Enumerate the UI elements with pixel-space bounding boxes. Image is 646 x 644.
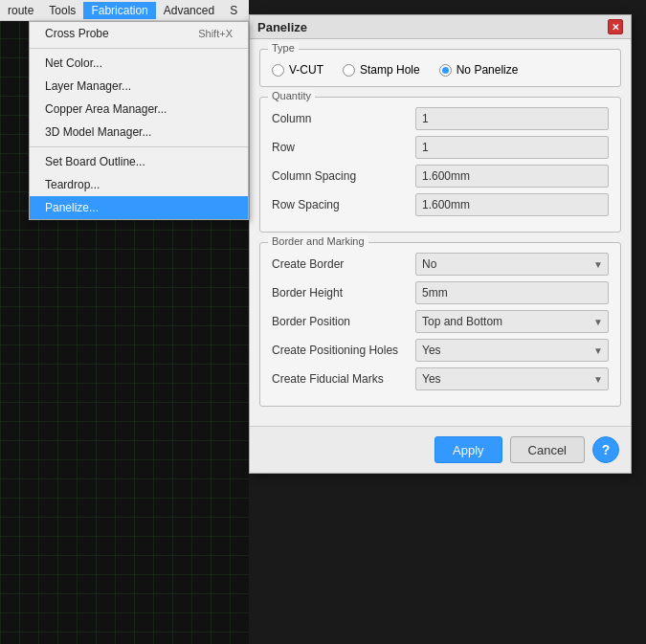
border-position-select[interactable]: Top and Bottom Left and Right All — [415, 310, 609, 333]
menu-item-set-board[interactable]: Set Board Outline... — [30, 150, 248, 173]
menu-item-teardrop[interactable]: Teardrop... — [30, 173, 248, 196]
column-spacing-row: Column Spacing — [272, 165, 609, 188]
menu-fabrication[interactable]: Fabrication — [83, 2, 155, 19]
menu-item-layer-manager[interactable]: Layer Manager... — [30, 75, 248, 98]
quantity-group-title: Quantity — [268, 90, 315, 101]
menu-separator-1 — [30, 48, 248, 49]
border-group-title: Border and Marking — [268, 235, 368, 247]
dialog-content: Type V-CUT Stamp Hole No Panelize Quanti… — [250, 39, 631, 426]
create-fiducial-label: Create Fiducial Marks — [272, 372, 415, 386]
border-position-label: Border Position — [272, 315, 415, 328]
menu-item-set-board-label: Set Board Outline... — [45, 155, 145, 168]
create-border-label: Create Border — [272, 257, 415, 271]
radio-vcut-label: V-CUT — [289, 63, 323, 77]
menu-s[interactable]: S — [222, 2, 245, 19]
border-height-input[interactable] — [415, 281, 609, 304]
row-row: Row — [272, 136, 609, 159]
cancel-button[interactable]: Cancel — [510, 436, 585, 463]
menu-route[interactable]: route — [0, 2, 41, 19]
menu-item-layer-manager-label: Layer Manager... — [45, 79, 131, 93]
menu-item-panelize[interactable]: Panelize... — [30, 196, 248, 219]
row-spacing-row: Row Spacing — [272, 193, 609, 216]
column-input[interactable] — [415, 107, 609, 130]
row-spacing-input[interactable] — [415, 193, 609, 216]
column-label: Column — [272, 112, 415, 125]
menu-tools[interactable]: Tools — [41, 2, 83, 19]
quantity-group: Quantity Column Row Column Spacing Row S… — [259, 97, 621, 233]
menu-separator-2 — [30, 146, 248, 147]
menu-item-net-color[interactable]: Net Color... — [30, 52, 248, 75]
radio-no-panelize-label: No Panelize — [457, 63, 519, 77]
menu-item-3d-model[interactable]: 3D Model Manager... — [30, 121, 248, 144]
border-position-select-wrapper: Top and Bottom Left and Right All ▼ — [415, 310, 609, 333]
menu-item-teardrop-label: Teardrop... — [45, 178, 100, 191]
panelize-dialog: Panelize ✕ Type V-CUT Stamp Hole No Pane… — [249, 14, 632, 474]
apply-button[interactable]: Apply — [434, 436, 502, 463]
row-input[interactable] — [415, 136, 609, 159]
column-spacing-label: Column Spacing — [272, 169, 415, 183]
menu-item-cross-probe-label: Cross Probe — [45, 27, 109, 40]
radio-stamp-hole-label: Stamp Hole — [360, 63, 420, 77]
create-border-select-wrapper: No Yes ▼ — [415, 253, 609, 276]
radio-no-panelize-circle — [439, 64, 452, 77]
border-position-row: Border Position Top and Bottom Left and … — [272, 310, 609, 333]
create-positioning-row: Create Positioning Holes Yes No ▼ — [272, 339, 609, 362]
dialog-footer: Apply Cancel ? — [250, 426, 631, 473]
radio-vcut[interactable]: V-CUT — [272, 63, 323, 77]
create-border-row: Create Border No Yes ▼ — [272, 253, 609, 276]
type-group-title: Type — [268, 42, 299, 54]
menubar: route Tools Fabrication Advanced S — [0, 0, 249, 21]
radio-stamp-hole[interactable]: Stamp Hole — [343, 63, 420, 77]
menu-item-cross-probe-shortcut: Shift+X — [198, 28, 233, 39]
create-positioning-label: Create Positioning Holes — [272, 344, 415, 357]
menu-item-net-color-label: Net Color... — [45, 56, 102, 70]
column-spacing-input[interactable] — [415, 165, 609, 188]
create-positioning-select-wrapper: Yes No ▼ — [415, 339, 609, 362]
menu-item-copper-area[interactable]: Copper Area Manager... — [30, 98, 248, 121]
border-height-label: Border Height — [272, 286, 415, 300]
menu-advanced[interactable]: Advanced — [156, 2, 222, 19]
menu-item-cross-probe[interactable]: Cross Probe Shift+X — [30, 22, 248, 45]
menu-item-copper-area-label: Copper Area Manager... — [45, 102, 167, 116]
radio-no-panelize[interactable]: No Panelize — [439, 63, 519, 77]
help-button[interactable]: ? — [592, 436, 619, 463]
border-height-row: Border Height — [272, 281, 609, 304]
create-fiducial-select-wrapper: Yes No ▼ — [415, 367, 609, 390]
create-fiducial-select[interactable]: Yes No — [415, 367, 609, 390]
type-radio-row: V-CUT Stamp Hole No Panelize — [272, 59, 609, 77]
column-row: Column — [272, 107, 609, 130]
radio-stamp-hole-circle — [343, 64, 355, 77]
menu-item-3d-model-label: 3D Model Manager... — [45, 125, 151, 139]
create-fiducial-row: Create Fiducial Marks Yes No ▼ — [272, 367, 609, 390]
radio-vcut-circle — [272, 64, 284, 77]
dropdown-menu: Cross Probe Shift+X Net Color... Layer M… — [29, 21, 249, 220]
dialog-titlebar: Panelize ✕ — [250, 15, 631, 39]
row-label: Row — [272, 141, 415, 154]
type-group: Type V-CUT Stamp Hole No Panelize — [259, 49, 621, 87]
create-positioning-select[interactable]: Yes No — [415, 339, 609, 362]
create-border-select[interactable]: No Yes — [415, 253, 609, 276]
dialog-close-button[interactable]: ✕ — [608, 19, 623, 34]
dialog-title: Panelize — [257, 20, 307, 34]
row-spacing-label: Row Spacing — [272, 198, 415, 211]
menu-item-panelize-label: Panelize... — [45, 201, 99, 214]
border-group: Border and Marking Create Border No Yes … — [259, 242, 621, 407]
